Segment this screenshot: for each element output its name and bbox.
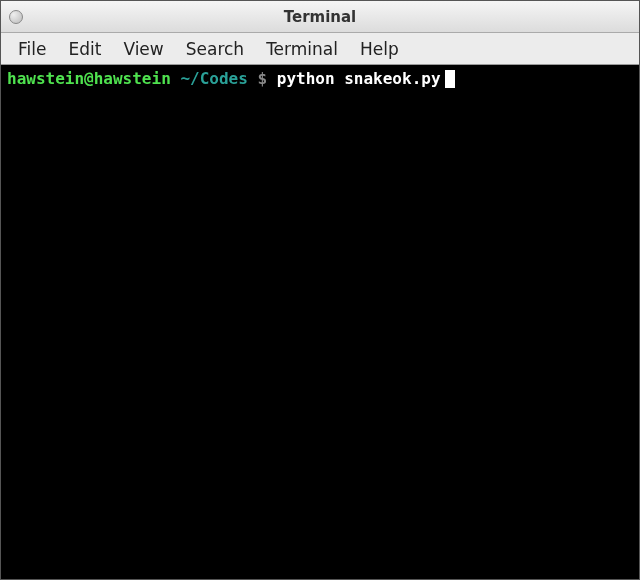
command-text: python snakeok.py <box>277 69 441 88</box>
terminal-window: Terminal File Edit View Search Terminal … <box>0 0 640 580</box>
menu-view[interactable]: View <box>116 35 170 63</box>
current-path: ~/Codes <box>180 69 247 88</box>
menu-edit[interactable]: Edit <box>61 35 108 63</box>
prompt-symbol: $ <box>257 69 267 88</box>
menubar: File Edit View Search Terminal Help <box>1 33 639 65</box>
terminal-body[interactable]: hawstein@hawstein ~/Codes $ python snake… <box>1 65 639 579</box>
menu-help[interactable]: Help <box>353 35 406 63</box>
prompt-line: hawstein@hawstein ~/Codes $ python snake… <box>7 69 633 88</box>
close-icon[interactable] <box>9 10 23 24</box>
window-controls <box>1 10 23 24</box>
menu-search[interactable]: Search <box>179 35 251 63</box>
window-title: Terminal <box>1 8 639 26</box>
titlebar[interactable]: Terminal <box>1 1 639 33</box>
cursor-icon <box>445 70 455 88</box>
menu-file[interactable]: File <box>11 35 53 63</box>
menu-terminal[interactable]: Terminal <box>259 35 345 63</box>
user-host: hawstein@hawstein <box>7 69 171 88</box>
